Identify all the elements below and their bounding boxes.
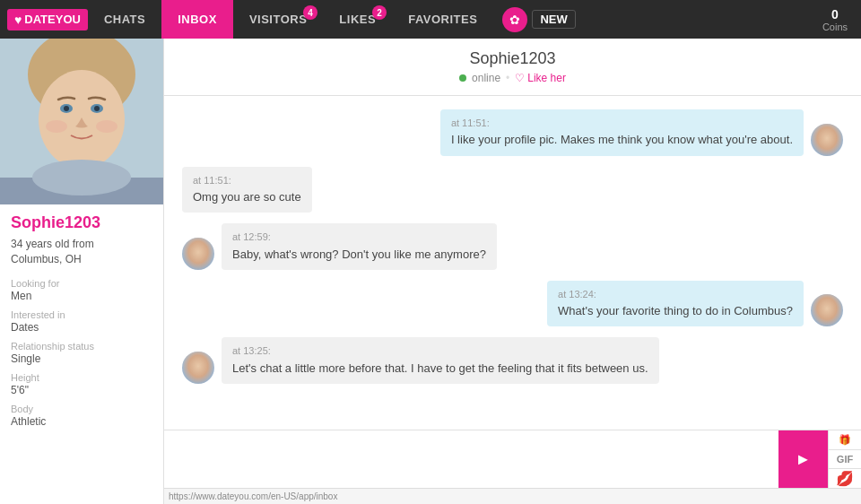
gif-button[interactable]: GIF [829, 450, 861, 470]
svg-point-6 [94, 106, 100, 111]
coins-count: 0 [822, 7, 848, 22]
chat-username: Sophie1203 [182, 49, 843, 68]
message-time: at 11:51: [451, 117, 793, 130]
logo-text: DATEYOU [24, 13, 81, 26]
message-row: at 12:59: Baby, what's wrong? Don't you … [182, 223, 843, 270]
svg-point-7 [46, 120, 67, 133]
detail-label-1: Interested in [11, 309, 152, 320]
new-icon: ✿ [502, 7, 527, 32]
detail-value-0: Men [11, 290, 152, 302]
nav-item-likes[interactable]: LIKES 2 [323, 0, 392, 39]
avatar-inner [182, 352, 214, 384]
message-time: at 12:59: [232, 230, 486, 244]
online-label: online [472, 72, 500, 84]
message-bubble: at 11:51: I like your profile pic. Makes… [440, 109, 804, 156]
detail-label-2: Relationship status [11, 341, 152, 352]
sidebar: Sophie1203 34 years old fromColumbus, OH… [0, 39, 164, 504]
detail-label-0: Looking for [11, 278, 152, 289]
send-button[interactable]: ► [778, 430, 828, 488]
gift-icon: 🎁 [839, 434, 851, 446]
gift-button[interactable]: 🎁 [829, 430, 861, 450]
message-bubble: at 13:25: Let's chat a little more befor… [222, 337, 659, 384]
detail-label-3: Height [11, 372, 152, 383]
detail-value-4: Athletic [11, 415, 152, 428]
nav-item-favorites[interactable]: FAVORITES [392, 0, 493, 39]
main-layout: Sophie1203 34 years old fromColumbus, OH… [0, 39, 861, 504]
visitors-badge: 4 [303, 5, 317, 20]
likes-badge: 2 [372, 5, 387, 20]
svg-point-5 [64, 106, 69, 111]
online-dot [459, 74, 466, 82]
receiver-avatar [182, 238, 214, 270]
chat-status: online • ♡ Like her [182, 72, 843, 84]
message-text: Let's chat a little more before that. I … [232, 361, 648, 377]
coins-display: 0 Coins [822, 7, 861, 32]
header-left: ♥ DATEYOU CHATS INBOX VISITORS 4 LIKES 2… [0, 0, 585, 39]
svg-point-8 [96, 120, 117, 133]
nav-item-visitors[interactable]: VISITORS 4 [233, 0, 323, 39]
logo[interactable]: ♥ DATEYOU [7, 9, 88, 30]
message-time: at 13:25: [232, 344, 648, 358]
message-row: at 13:25: Let's chat a little more befor… [182, 337, 843, 384]
message-row: at 11:51: Omg you are so cute [182, 167, 843, 213]
message-bubble: at 11:51: Omg you are so cute [182, 167, 312, 213]
profile-info: Sophie1203 34 years old fromColumbus, OH… [0, 204, 163, 437]
profile-age-location: 34 years old fromColumbus, OH [11, 237, 152, 267]
message-time: at 11:51: [193, 174, 301, 187]
detail-value-1: Dates [11, 321, 152, 334]
gif-label: GIF [837, 454, 853, 465]
profile-photo [0, 39, 163, 204]
message-text: Omg you are so cute [193, 189, 301, 205]
message-bubble: at 12:59: Baby, what's wrong? Don't you … [222, 223, 497, 270]
message-bubble: at 13:24: What's your favorite thing to … [547, 281, 804, 327]
logo-heart-icon: ♥ [14, 13, 22, 27]
avatar-inner [182, 238, 214, 270]
avatar-inner [811, 294, 843, 326]
svg-point-10 [32, 160, 131, 196]
detail-label-4: Body [11, 404, 152, 414]
url-display: https://www.dateyou.com/en-US/app/inbox [169, 491, 337, 501]
chat-area: Sophie1203 online • ♡ Like her at 11:51: [164, 39, 861, 504]
send-icon: ► [796, 450, 812, 469]
nav-item-inbox[interactable]: INBOX [161, 0, 233, 39]
sender-avatar [811, 124, 843, 156]
photo-inner [0, 39, 163, 204]
sender-avatar [811, 294, 843, 326]
message-text: I like your profile pic. Makes me think … [451, 132, 793, 148]
lips-icon: 💋 [836, 470, 854, 487]
heart-icon: ♡ [515, 72, 525, 84]
status-bar: https://www.dateyou.com/en-US/app/inbox [164, 488, 861, 504]
lips-button[interactable]: 💋 [829, 469, 861, 488]
avatar-inner [811, 124, 843, 156]
message-text: What's your favorite thing to do in Colu… [558, 303, 793, 319]
header: ♥ DATEYOU CHATS INBOX VISITORS 4 LIKES 2… [0, 0, 861, 39]
receiver-avatar [182, 352, 214, 384]
chat-header: Sophie1203 online • ♡ Like her [164, 39, 861, 96]
like-her-label: Like her [527, 72, 566, 84]
nav-new[interactable]: ✿ NEW [493, 7, 584, 32]
nav-item-chats[interactable]: CHATS [88, 0, 161, 39]
message-input[interactable] [164, 430, 778, 488]
input-area: ► 🎁 GIF 💋 [164, 430, 861, 488]
message-row: at 11:51: I like your profile pic. Makes… [182, 109, 843, 156]
detail-value-2: Single [11, 352, 152, 365]
message-row: at 13:24: What's your favorite thing to … [182, 281, 843, 327]
status-separator: • [506, 72, 509, 84]
profile-name: Sophie1203 [11, 213, 152, 232]
coins-label: Coins [822, 22, 848, 32]
like-her-button[interactable]: ♡ Like her [515, 72, 566, 84]
new-label: NEW [532, 10, 575, 29]
message-time: at 13:24: [558, 288, 793, 301]
detail-value-3: 5'6" [11, 384, 152, 396]
main-nav: CHATS INBOX VISITORS 4 LIKES 2 FAVORITES… [88, 0, 585, 39]
profile-photo-svg [0, 39, 163, 204]
message-text: Baby, what's wrong? Don't you like me an… [232, 247, 486, 263]
messages-container: at 11:51: I like your profile pic. Makes… [164, 96, 861, 430]
extra-actions: 🎁 GIF 💋 [828, 430, 861, 488]
